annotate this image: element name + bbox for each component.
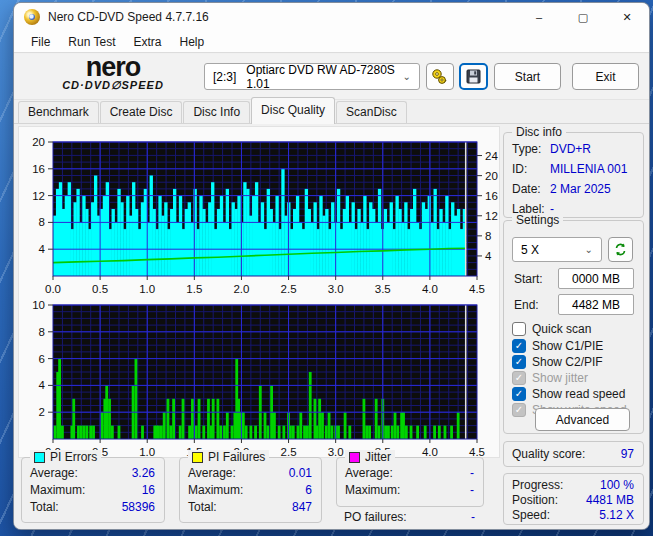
pif-maximum-value: 6 [305,483,312,497]
tab-benchmark[interactable]: Benchmark [18,101,99,124]
jitter-maximum-value: - [470,483,474,497]
tab-scandisc[interactable]: ScanDisc [336,101,407,124]
save-floppy-icon [466,69,481,84]
jitter-swatch [349,452,360,463]
pi-failures-chart: 2468100.00.51.01.52.02.53.03.54.04.5 [19,296,509,459]
checkbox-icon [512,322,526,336]
svg-text:4: 4 [485,250,492,262]
svg-text:16: 16 [32,163,45,175]
svg-text:24: 24 [485,150,498,162]
eject-disc-icon [431,68,449,86]
pie-total-label: Total: [30,500,59,514]
checkbox-show-read-speed[interactable]: ✓Show read speed [512,386,625,401]
drive-channel: [2:3] [213,70,236,84]
scan-speed-dropdown[interactable]: 5 X ⌄ [512,237,602,262]
disc-id-value: MILLENIA 001 [550,162,627,176]
progress-value: 100 % [600,478,634,492]
exit-button[interactable]: Exit [572,63,639,90]
chevron-down-icon: ⌄ [403,71,411,82]
start-mb-field[interactable]: 0000 MB [558,268,634,289]
disc-id-label: ID: [512,162,527,176]
pif-total-value: 847 [292,500,312,514]
tab-disc-info[interactable]: Disc Info [183,101,250,124]
end-mb-field[interactable]: 4482 MB [558,294,634,315]
pi-failures-swatch [192,452,203,463]
menu-run-test[interactable]: Run Test [59,33,124,51]
checkbox-quick-scan[interactable]: Quick scan [512,321,591,336]
disc-info-group: Disc info Type:DVD+R ID:MILLENIA 001 Dat… [503,132,644,218]
save-button[interactable] [459,63,488,90]
pie-average-value: 3.26 [132,466,155,480]
svg-text:4.0: 4.0 [422,283,438,295]
jitter-legend: Jitter [345,450,395,464]
drive-name: Optiarc DVD RW AD-7280S 1.01 [246,63,402,91]
minimize-button[interactable]: – [517,3,561,31]
pi-failures-stats-box: PI Failures Average:0.01 Maximum:6 Total… [179,457,322,523]
disc-date-label: Date: [512,182,541,196]
settings-group: Settings 5 X ⌄ Start: 0000 MB End: 4482 … [503,220,644,434]
svg-text:3.5: 3.5 [375,283,391,295]
refresh-button[interactable] [608,237,633,262]
quality-score-value: 97 [621,447,634,461]
menu-bar: File Run Test Extra Help [14,31,649,53]
quality-score-box: Quality score: 97 [503,441,644,467]
position-label: Position: [512,493,558,507]
pi-errors-swatch [34,452,45,463]
disc-info-title: Disc info [512,125,566,139]
drive-selector-dropdown[interactable]: [2:3] Optiarc DVD RW AD-7280S 1.01 ⌄ [204,63,420,90]
svg-text:4.5: 4.5 [469,283,485,295]
toolbar: nero CD·DVD∅SPEED [2:3] Optiarc DVD RW A… [14,54,649,100]
tab-disc-quality[interactable]: Disc Quality [251,97,335,124]
pi-errors-stats-box: PI Errors Average:3.26 Maximum:16 Total:… [21,457,165,523]
checkbox-show-c2-pif[interactable]: ✓Show C2/PIF [512,354,603,369]
maximize-button[interactable]: ▢ [561,3,605,31]
refresh-icon [613,242,628,257]
svg-text:12: 12 [485,210,498,222]
menu-extra[interactable]: Extra [124,33,170,51]
pie-maximum-value: 16 [142,483,155,497]
checkbox-show-jitter[interactable]: ✓Show jitter [512,370,588,385]
svg-text:12: 12 [32,190,45,202]
checkbox-icon: ✓ [512,387,526,401]
disc-type-value: DVD+R [550,142,591,156]
svg-text:8: 8 [39,216,45,228]
svg-text:8: 8 [39,326,45,338]
jitter-average-value: - [470,466,474,480]
app-icon [24,9,40,25]
svg-text:20: 20 [32,136,45,148]
tab-strip: Benchmark Create Disc Disc Info Disc Qua… [18,100,408,124]
checkbox-icon: ✓ [512,355,526,369]
quality-score-label: Quality score: [512,447,585,461]
advanced-button[interactable]: Advanced [535,408,630,431]
po-failures-value: - [471,510,475,524]
menu-file[interactable]: File [22,33,59,51]
pif-average-label: Average: [188,466,236,480]
checkbox-icon: ✓ [512,371,526,385]
end-mb-label: End: [514,298,539,312]
svg-text:0.5: 0.5 [92,283,108,295]
pie-average-label: Average: [30,466,78,480]
start-button[interactable]: Start [494,63,561,90]
svg-text:0.0: 0.0 [45,283,61,295]
svg-text:20: 20 [485,170,498,182]
svg-text:4: 4 [39,243,46,255]
checkbox-show-c1-pie[interactable]: ✓Show C1/PIE [512,338,603,353]
eject-disc-button[interactable] [426,63,454,90]
logo-text-cddvdspeed: CD·DVD∅SPEED [24,79,202,91]
pif-average-value: 0.01 [289,466,312,480]
nero-logo: nero CD·DVD∅SPEED [24,55,202,91]
start-mb-label: Start: [514,272,543,286]
logo-text-nero: nero [24,55,202,79]
pi-failures-legend: PI Failures [188,450,269,464]
jitter-maximum-label: Maximum: [345,483,400,497]
tab-create-disc[interactable]: Create Disc [100,101,183,124]
svg-text:3.0: 3.0 [328,283,344,295]
menu-help[interactable]: Help [171,33,214,51]
close-button[interactable]: ✕ [605,3,649,31]
jitter-stats-box: Jitter Average:- Maximum:- [336,457,484,507]
checkbox-icon: ✓ [512,403,526,417]
svg-text:8: 8 [485,230,491,242]
speed-label: Speed: [512,508,550,522]
window-controls: – ▢ ✕ [517,3,649,31]
scan-speed-value: 5 X [521,243,539,257]
